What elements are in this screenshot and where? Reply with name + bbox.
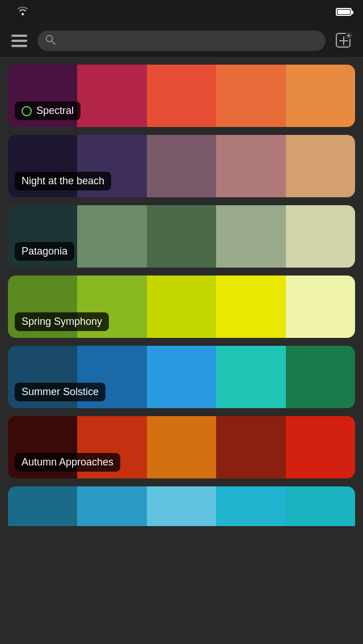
wifi-icon [17,6,28,18]
add-palette-button[interactable] [331,28,356,53]
status-bar [0,0,363,24]
palette-card[interactable]: Spring Symphony [8,276,355,338]
palette-label: Night at the beach [15,172,111,190]
color-swatch [8,486,77,526]
color-swatch [286,276,355,338]
svg-rect-0 [11,35,27,37]
palette-card[interactable]: Summer Solstice [8,346,355,408]
color-swatch [216,346,285,408]
color-swatch [286,205,355,268]
color-swatch [216,486,285,526]
color-swatch [286,486,355,526]
color-swatch [147,205,216,268]
palette-name: Spectral [36,105,74,117]
palette-list: SpectralNight at the beachPatagoniaSprin… [0,58,363,533]
palette-card[interactable]: Autumn Approaches [8,416,355,478]
palette-card[interactable] [8,486,355,526]
palette-label: Summer Solstice [15,383,105,401]
search-bar[interactable] [37,31,326,51]
palette-name: Patagonia [22,245,67,257]
color-swatch [77,486,146,526]
palette-card[interactable]: Patagonia [8,205,355,268]
svg-rect-1 [11,40,27,42]
color-swatch [286,135,355,197]
battery-icon [336,8,352,16]
color-swatch [286,416,355,478]
palette-name: Autumn Approaches [22,456,113,468]
search-input[interactable] [60,36,318,46]
color-swatch [286,346,355,408]
palette-name: Summer Solstice [22,386,99,398]
color-swatch [216,416,285,478]
svg-rect-2 [11,45,27,47]
color-swatch [216,135,285,197]
color-swatch [147,65,216,127]
palette-label: Autumn Approaches [15,453,120,472]
palette-label: Spring Symphony [15,312,109,331]
palette-label: Spectral [15,101,81,120]
color-swatch [147,346,216,408]
active-indicator [22,106,32,116]
palette-card[interactable]: Night at the beach [8,135,355,197]
color-swatch [286,65,355,127]
menu-button[interactable] [7,28,32,53]
toolbar [0,24,363,58]
palette-card[interactable]: Spectral [8,65,355,127]
color-swatch [147,416,216,478]
color-swatch [216,276,285,338]
color-swatch [216,205,285,268]
color-swatch [216,65,285,127]
svg-line-4 [52,41,55,44]
color-swatch [147,486,216,526]
color-swatch [77,65,146,127]
search-icon [45,35,56,47]
palette-name: Night at the beach [22,175,104,187]
color-swatch [77,205,146,268]
palette-name: Spring Symphony [22,316,102,328]
color-swatch [147,276,216,338]
palette-label: Patagonia [15,242,74,261]
color-swatch [147,135,216,197]
